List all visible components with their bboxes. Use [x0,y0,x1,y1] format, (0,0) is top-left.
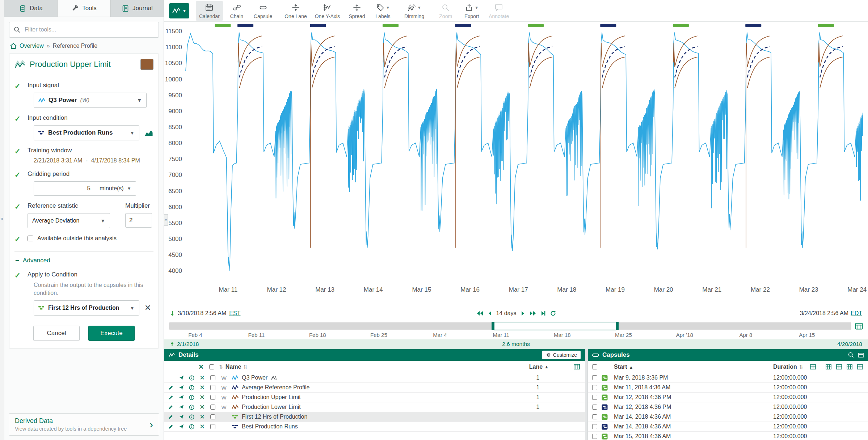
step-to-end-button[interactable] [541,311,546,316]
details-row[interactable]: ✕WProduction Upper Limit1 [164,393,585,402]
apply-condition-dropdown[interactable]: First 12 Hrs of Production ▼ [34,300,139,316]
edit-icon[interactable] [165,414,176,419]
capsule-row[interactable]: Mar 14, 2018 4:36 AM12:00:00.000 [588,412,868,422]
timeline-right-handle[interactable] [616,322,619,330]
remove-icon[interactable]: ✕ [197,384,207,391]
chart-canvas[interactable]: 4000450050005500600065007000750080008500… [164,22,868,308]
start-column-header[interactable]: Start [614,364,627,370]
item-name[interactable]: Production Lower Limit [240,404,301,410]
range-start-timezone-link[interactable]: EST [229,310,240,317]
item-name[interactable]: Average Reference Profile [240,384,309,391]
info-icon[interactable] [186,385,197,390]
capsule-table-icon-2[interactable] [836,364,842,369]
details-row[interactable]: ✕First 12 Hrs of Production [164,412,585,422]
sidebar-collapse-handle[interactable]: « [164,214,168,226]
search-icon[interactable] [848,352,854,358]
edit-icon[interactable] [165,385,176,390]
investigate-up-arrow-icon[interactable] [170,342,174,347]
pin-icon[interactable] [176,405,186,410]
customize-button[interactable]: Customize [542,351,581,359]
capsule-row[interactable]: Mar 12, 2018 4:36 PM12:00:00.000 [588,402,868,412]
toolbar-item-chain[interactable]: Chain [224,1,249,21]
toolbar-item-capsule[interactable]: Capsule [250,1,275,21]
sort-icon[interactable]: ⇅ [797,364,806,370]
capsule-table-icon-3[interactable] [847,364,852,369]
toolbar-item-spread[interactable]: Spread [345,1,369,21]
sidebar-tab-data[interactable]: Data [4,0,58,17]
info-icon[interactable] [186,424,197,430]
range-end-timezone-link[interactable]: EDT [851,310,862,317]
advanced-toggle[interactable]: − Advanced [9,252,159,265]
pin-icon[interactable] [176,395,186,400]
info-icon[interactable] [186,395,197,400]
item-name[interactable]: First 12 Hrs of Production [240,414,307,420]
remove-all-icon[interactable]: ✕ [196,364,206,370]
gridding-unit-select[interactable]: minute(s) ▼ [95,181,136,196]
training-start[interactable]: 2/21/2018 3:31 AM [34,157,82,164]
display-mode-button[interactable]: ▼ [169,3,189,18]
toolbar-item-one-lane[interactable]: One Lane [281,1,310,21]
capsule-row[interactable]: Mar 15, 2018 4:36 AM12:00:00.000 [588,432,868,440]
info-icon[interactable] [186,414,197,420]
capsule-checkbox[interactable] [592,434,597,439]
capsule-checkbox[interactable] [592,385,597,390]
home-icon[interactable] [10,43,17,49]
details-row[interactable]: ✕Best Production Runs [164,422,585,432]
toolbar-item-labels[interactable]: ▼Labels [371,1,395,21]
collapse-panel-icon[interactable] [858,353,864,358]
pin-icon[interactable] [176,375,186,380]
details-row[interactable]: ✕WQ3 Power1 [164,373,585,383]
available-outside-checkbox[interactable] [28,236,33,241]
capsule-row[interactable]: Mar 14, 2018 4:36 AM12:00:00.000 [588,422,868,432]
gridding-period-input[interactable] [34,181,95,196]
training-window-dates[interactable]: 2/21/2018 3:31 AM - 4/17/2018 8:34 PM [34,157,153,164]
area-chart-icon[interactable] [144,130,153,136]
range-end[interactable]: 3/24/2018 2:56 AM [800,310,848,317]
add-column-icon[interactable] [574,364,580,369]
execute-button[interactable]: Execute [88,326,135,341]
row-checkbox[interactable] [210,414,215,419]
select-date-range-icon[interactable] [855,322,863,330]
breadcrumb-overview-link[interactable]: Overview [20,43,44,49]
capsule-row[interactable]: Mar 11, 2018 4:36 AM12:00:00.000 [588,383,868,393]
lane-column-header[interactable]: Lane [529,364,543,370]
capsule-row[interactable]: Mar 12, 2018 4:36 PM12:00:00.000 [588,393,868,402]
item-name[interactable]: Q3 Power [240,375,267,381]
row-checkbox[interactable] [210,405,215,410]
capsule-row[interactable]: Mar 9, 2018 3:36 PM12:00:00.000 [588,373,868,383]
investigate-end[interactable]: 4/20/2018 [837,341,862,347]
row-checkbox[interactable] [210,375,215,380]
row-checkbox[interactable] [210,424,215,429]
trend-chart[interactable]: 4000450050005500600065007000750080008500… [164,22,868,308]
details-row[interactable]: ✕WProduction Lower Limit1 [164,402,585,412]
investigate-start[interactable]: 2/1/2018 [177,341,199,347]
timeline-selection-window[interactable] [494,322,616,330]
step-back-button[interactable] [488,311,492,316]
capsule-table-icon-1[interactable] [826,364,831,369]
duration-column-header[interactable]: Duration [773,364,797,370]
capsule-checkbox[interactable] [592,414,597,419]
info-icon[interactable] [186,405,197,410]
investigate-down-arrow-icon[interactable] [170,311,175,316]
remove-icon[interactable]: ✕ [197,404,207,410]
collapse-left-icon[interactable]: « [0,216,3,221]
remove-icon[interactable]: ✕ [197,423,207,430]
derived-data-card[interactable]: Derived Data View data created by tools … [9,413,159,436]
capsule-checkbox[interactable] [592,375,597,380]
step-forward-button[interactable] [521,311,525,316]
clear-condition-button[interactable]: ✕ [144,304,151,312]
step-back-full-button[interactable] [476,311,483,316]
remove-icon[interactable]: ✕ [197,414,207,420]
capsule-checkbox[interactable] [592,405,597,410]
training-end[interactable]: 4/17/2018 8:34 PM [91,157,140,164]
toolbar-item-one-y-axis[interactable]: One Y-Axis [312,1,343,21]
sort-icon[interactable]: ⇅ [241,364,250,370]
input-condition-dropdown[interactable]: Best Production Runs ▼ [34,125,139,140]
input-signal-dropdown[interactable]: Q3 Power (W) ▼ [34,93,147,108]
capsule-checkbox[interactable] [592,395,597,400]
chevron-right-icon[interactable]: › [149,418,153,431]
timeline-track[interactable] [169,322,851,330]
capsule-checkbox[interactable] [592,424,597,429]
name-column-header[interactable]: Name [226,364,241,370]
sort-icon[interactable]: ⇅ [217,364,226,370]
